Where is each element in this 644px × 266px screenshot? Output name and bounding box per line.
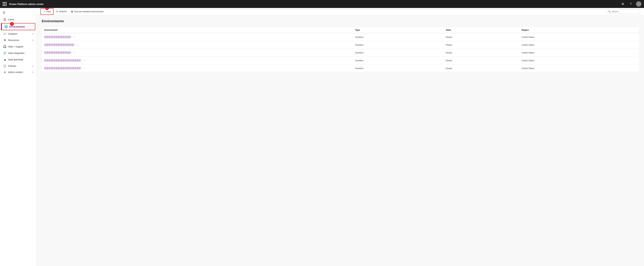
env-name-cell: ··· [42,33,352,41]
sidebar-item-data-integration-label: Data integration [8,52,34,54]
app-grid-icon[interactable] [3,2,7,6]
main-layout: ☰ 🏠 Home 🌐 Environments 3 📈 Analytics ∨ … [0,8,644,266]
env-type: Sandbox [352,64,443,72]
sidebar-item-policies-label: Policies [8,65,30,67]
sidebar-item-policies[interactable]: 📋 Policies ∨ [0,63,36,69]
page-content: Environments Environment Type State Regi… [36,15,644,266]
env-type: Sandbox [352,33,443,41]
sidebar-item-home-label: Home [8,18,34,21]
env-name-cell: ··· [42,49,352,57]
table-row: ··· Sandbox Ready United States [42,33,639,41]
recover-button[interactable]: 🗑 Recover deleted environments [69,9,106,14]
table-row: ··· Sandbox Ready United States [42,64,639,72]
sidebar-item-data-preview[interactable]: ☁ Data (preview) [0,56,36,63]
topbar-actions: ⚙ ? [620,1,641,7]
col-header-type: Type [352,27,443,33]
environments-badge: 3 [10,22,14,26]
env-name-blurred [44,67,81,69]
sidebar-item-environments-label: Environments [10,25,32,28]
user-avatar[interactable] [636,1,641,7]
col-header-state: State [443,27,519,33]
env-state: Ready [443,33,519,41]
home-icon: 🏠 [3,18,6,21]
table-row: ··· Sandbox Ready United States [42,57,639,64]
new-button-box: 4 ＋ New [40,8,54,15]
help-support-icon: 🎧 [3,45,6,48]
env-region: United States [519,49,639,57]
col-header-region: Region [519,27,639,33]
resources-icon: 🖥 [3,39,6,42]
env-state: Ready [443,41,519,49]
admin-centers-icon: A [3,71,6,73]
env-state: Ready [443,49,519,57]
table-row: ··· Sandbox Ready United States [42,41,639,49]
search-icon: 🔍 [608,10,611,13]
refresh-button[interactable]: ↻ Refresh [54,9,69,14]
row-dots-menu[interactable]: ··· [72,51,76,54]
col-header-environment: Environment [42,27,352,33]
sidebar-item-analytics[interactable]: 📈 Analytics ∨ [0,31,36,37]
sidebar-item-home[interactable]: 🏠 Home [0,16,36,23]
search-input[interactable] [612,10,638,13]
policies-icon: 📋 [3,64,6,68]
env-name-cell: ··· [42,41,352,49]
row-dots-menu[interactable]: ··· [82,59,86,62]
sidebar-item-resources-label: Resources [8,39,30,42]
analytics-icon: 📈 [3,32,6,35]
environments-table: Environment Type State Region ··· [42,27,639,72]
page-title: Environments [42,19,639,23]
policies-chevron-icon: ∨ [32,65,34,67]
env-name-cell: ··· [42,64,352,72]
sidebar-item-analytics-label: Analytics [8,33,30,35]
env-region: United States [519,41,639,49]
new-button-label: New [46,10,51,13]
sidebar-item-admin-centers[interactable]: A Admin centers ∨ [0,69,36,75]
sidebar-item-admin-centers-label: Admin centers [8,71,30,73]
env-type: Sandbox [352,57,443,64]
toolbar: 4 ＋ New ↻ Refresh 🗑 Recover deleted envi… [36,8,644,15]
env-region: United States [519,33,639,41]
row-dots-menu[interactable]: ··· [72,35,76,39]
env-name-blurred [44,44,74,46]
help-icon[interactable]: ? [628,1,634,7]
plus-icon: ＋ [43,10,46,13]
recover-button-label: Recover deleted environments [74,10,104,13]
env-name-blurred [44,59,81,62]
hamburger-menu-icon[interactable]: ☰ [0,9,36,16]
row-dots-menu[interactable]: ··· [76,43,80,47]
env-region: United States [519,57,639,64]
env-state: Ready [443,64,519,72]
sidebar-item-data-preview-label: Data (preview) [8,58,34,61]
env-name-blurred [44,51,71,54]
env-type: Sandbox [352,49,443,57]
settings-icon[interactable]: ⚙ [620,1,626,7]
sidebar-item-environments[interactable]: 🌐 Environments 3 [1,23,35,30]
analytics-chevron-icon: ∨ [32,33,34,35]
environments-icon: 🌐 [4,25,8,28]
data-preview-icon: ☁ [3,58,6,61]
refresh-icon: ↻ [56,10,58,13]
sidebar-item-data-integration[interactable]: 🔗 Data integration [0,50,36,56]
resources-chevron-icon: ∨ [32,39,34,41]
topbar: Power Platform admin center ⚙ ? [0,0,644,8]
search-box[interactable]: 🔍 [606,10,640,14]
sidebar-item-resources[interactable]: 🖥 Resources ∨ [0,37,36,43]
refresh-button-label: Refresh [59,10,67,13]
app-title: Power Platform admin center [9,3,620,6]
table-row: ··· Sandbox Ready United States [42,49,639,57]
env-name-blurred [44,36,71,38]
sidebar: ☰ 🏠 Home 🌐 Environments 3 📈 Analytics ∨ … [0,8,36,266]
data-integration-icon: 🔗 [3,51,6,55]
content-area: 4 ＋ New ↻ Refresh 🗑 Recover deleted envi… [36,8,644,266]
sidebar-item-help-support[interactable]: 🎧 Help + support [0,43,36,50]
sidebar-item-help-support-label: Help + support [8,45,34,48]
environments-sidebar-box: 🌐 Environments 3 [1,23,35,30]
admin-centers-chevron-icon: ∨ [32,71,34,73]
env-name-cell: ··· [42,57,352,64]
env-state: Ready [443,57,519,64]
row-dots-menu[interactable]: ··· [82,66,86,70]
env-region: United States [519,64,639,72]
env-type: Sandbox [352,41,443,49]
recover-icon: 🗑 [71,10,74,13]
